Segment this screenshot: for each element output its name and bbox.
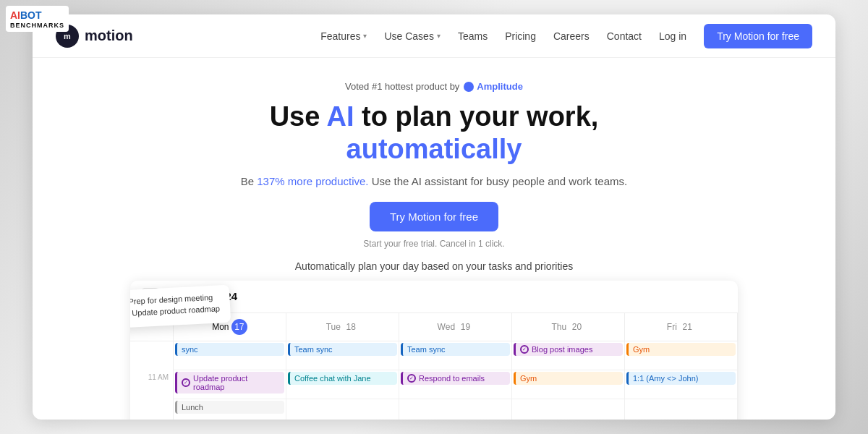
floating-task-card: Prep for design meeting ✓ Update product…	[130, 284, 231, 328]
check-icon: ✓	[182, 378, 190, 387]
chevron-icon: ▾	[363, 32, 367, 40]
event-wed-emails[interactable]: ✓ Respond to emails	[401, 372, 510, 385]
day-header-tue: Tue 18	[286, 313, 399, 341]
wed-row2-cell: ✓ Respond to emails	[399, 370, 512, 399]
time-cell-1	[130, 341, 174, 370]
event-fri-1on1[interactable]: 1:1 (Amy <> John)	[626, 372, 736, 385]
nav-links: Features ▾ Use Cases ▾ Teams Pricing Car…	[320, 24, 812, 48]
check-icon: ✓	[520, 345, 529, 354]
login-link[interactable]: Log in	[659, 30, 686, 42]
hero-title-line2: automatically	[346, 134, 522, 165]
time-empty	[130, 399, 173, 420]
floating-task-2: ✓ Update product roadmap	[130, 304, 220, 318]
calendar-widget: Prep for design meeting ✓ Update product…	[130, 281, 738, 420]
fri-row3-cell	[625, 399, 738, 420]
voted-badge: Voted #1 hottest product by Amplitude	[345, 81, 523, 92]
event-mon-sync[interactable]: sync	[175, 343, 284, 356]
today-badge: 17	[231, 319, 247, 335]
nav-use-cases[interactable]: Use Cases ▾	[384, 30, 440, 42]
nav-careers[interactable]: Careers	[553, 30, 590, 42]
wed-row3-cell	[399, 399, 512, 420]
watermark: AIBOT BENCHMARKS	[6, 6, 69, 32]
mon-row3-cell: Lunch	[174, 399, 286, 420]
watermark-bot: BOT	[20, 9, 42, 21]
watermark-ai: AI	[10, 9, 20, 21]
day-header-thu: Thu 20	[512, 313, 625, 341]
productivity-highlight: 137% more productive.	[257, 175, 368, 187]
thu-row3-cell	[512, 399, 625, 420]
logo-text: motion	[85, 27, 133, 44]
event-tue-team-sync[interactable]: Team sync	[288, 343, 397, 356]
thu-row1-cell: ✓ Blog post images	[512, 341, 625, 370]
event-thu-gym[interactable]: Gym	[514, 372, 623, 385]
tue-row2-cell: Coffee chat with Jane	[286, 370, 399, 399]
hero-subtitle: Be 137% more productive. Use the AI assi…	[241, 175, 627, 187]
calendar-section: Automatically plan your day based on you…	[33, 260, 835, 420]
nav-teams[interactable]: Teams	[458, 30, 488, 42]
try-motion-button[interactable]: Try Motion for free	[704, 24, 812, 48]
mon-row2-cell: ✓ Update product roadmap	[174, 370, 286, 399]
tue-row1-cell: Team sync	[286, 341, 399, 370]
check-icon: ✓	[407, 374, 416, 383]
amplitude-logo: Amplitude	[464, 81, 523, 92]
event-mon-lunch[interactable]: Lunch	[175, 401, 284, 414]
calendar-description: Automatically plan your day based on you…	[295, 260, 573, 272]
nav-pricing[interactable]: Pricing	[505, 30, 536, 42]
time-label-11am: 11 AM	[130, 370, 173, 399]
mon-row1-cell: sync	[174, 341, 286, 370]
hero-cta-button[interactable]: Try Motion for free	[370, 202, 498, 231]
event-fri-gym[interactable]: Gym	[626, 343, 736, 356]
hero-section: Voted #1 hottest product by Amplitude Us…	[33, 58, 835, 260]
event-wed-team-sync[interactable]: Team sync	[401, 343, 510, 356]
hero-title: Use AI to plan your work,	[270, 101, 599, 134]
nav-contact[interactable]: Contact	[607, 30, 642, 42]
tue-row3-cell	[286, 399, 399, 420]
navbar: m motion Features ▾ Use Cases ▾ Teams Pr…	[33, 14, 835, 58]
day-header-wed: Wed 19	[399, 313, 512, 341]
time-label	[130, 341, 173, 370]
time-cell-2: 11 AM	[130, 370, 174, 399]
event-mon-roadmap[interactable]: ✓ Update product roadmap	[175, 372, 284, 393]
day-header-fri: Fri 21	[625, 313, 738, 341]
free-trial-text: Start your free trial. Cancel in 1 click…	[363, 239, 504, 249]
event-tue-coffee[interactable]: Coffee chat with Jane	[288, 372, 397, 385]
nav-features[interactable]: Features ▾	[320, 30, 367, 42]
watermark-bench: BENCHMARKS	[10, 22, 64, 29]
event-thu-blog[interactable]: ✓ Blog post images	[514, 343, 623, 356]
fri-row2-cell: 1:1 (Amy <> John)	[625, 370, 738, 399]
time-cell-3	[130, 399, 174, 420]
wed-row1-cell: Team sync	[399, 341, 512, 370]
fri-row1-cell: Gym	[625, 341, 738, 370]
thu-row2-cell: Gym	[512, 370, 625, 399]
chevron-icon: ▾	[437, 32, 441, 40]
amplitude-icon	[464, 82, 474, 92]
calendar-grid: Mon 17 Tue 18 Wed 19 Thu 20 Fri 21	[130, 313, 738, 420]
